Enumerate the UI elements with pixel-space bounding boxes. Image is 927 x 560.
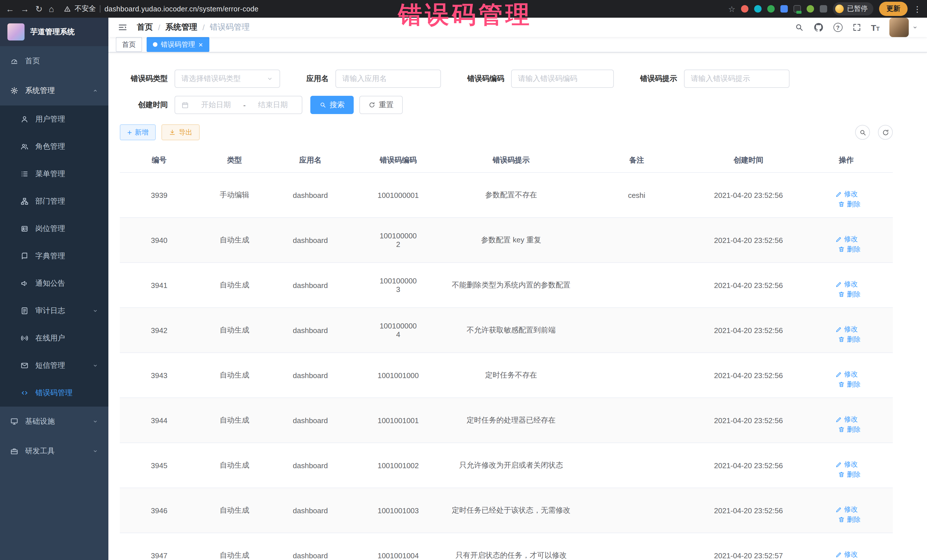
main-area: 首页 / 系统管理 / 错误码管理 ? TT [108,18,927,560]
edit-link[interactable]: 修改 [835,550,858,559]
reload-icon[interactable]: ↻ [35,5,43,13]
user-avatar[interactable] [889,18,918,37]
date-range-picker[interactable]: 开始日期 - 结束日期 [175,96,302,114]
sidebar-item-dict-mgmt[interactable]: 字典管理 [0,242,108,270]
log-icon [21,307,29,315]
cell-created: 2021-04-20 23:52:56 [697,488,800,533]
profile-chip[interactable]: 已暂停 [833,2,873,15]
delete-link[interactable]: 删除 [838,514,860,524]
sidebar-item-dept-mgmt[interactable]: 部门管理 [0,188,108,215]
cell-app: dashboard [271,308,350,353]
filter-app-name: 应用名 请输入应用名 [306,70,441,88]
edit-link[interactable]: 修改 [835,505,858,514]
tab-error-code[interactable]: 错误码管理 × [147,37,209,52]
delete-link[interactable]: 删除 [838,334,860,344]
search-button[interactable]: 搜索 [310,96,354,114]
delete-link[interactable]: 删除 [838,379,860,389]
cell-hint: 定时任务不存在 [446,353,576,398]
profile-avatar-icon [835,5,844,13]
chevron-down-icon [93,363,98,369]
breadcrumb-system[interactable]: 系统管理 [166,22,198,32]
edit-link[interactable]: 修改 [835,325,858,334]
sidebar-item-user-mgmt[interactable]: 用户管理 [0,106,108,133]
sidebar-item-sms-mgmt[interactable]: 短信管理 [0,352,108,379]
sidebar-item-infra[interactable]: 基础设施 [0,407,108,436]
breadcrumb-home[interactable]: 首页 [137,22,153,32]
github-icon[interactable] [813,22,824,32]
export-button[interactable]: 导出 [161,124,200,140]
font-size-icon[interactable]: TT [871,23,880,32]
sidebar-item-error-code-mgmt[interactable]: 错误码管理 [0,379,108,407]
tab-label: 首页 [122,39,136,49]
bookmark-star-icon[interactable]: ☆ [728,4,736,14]
home-icon[interactable]: ⌂ [49,5,54,13]
sidebar-item-notice[interactable]: 通知公告 [0,270,108,297]
app-logo[interactable]: 芋道管理系统 [0,18,108,46]
error-type-select[interactable]: 请选择错误码类型 [175,70,280,88]
forward-icon[interactable]: → [21,5,29,13]
edit-link[interactable]: 修改 [835,234,858,244]
back-icon[interactable]: ← [6,5,14,13]
sidebar-item-role-mgmt[interactable]: 角色管理 [0,133,108,160]
delete-link[interactable]: 删除 [838,425,860,434]
reset-button[interactable]: 重置 [359,96,403,114]
delete-link[interactable]: 删除 [838,244,860,254]
tab-home[interactable]: 首页 [116,37,142,52]
add-button[interactable]: + 新增 [120,124,156,140]
extension-icon-3[interactable] [767,5,775,12]
edit-icon [835,326,842,333]
edit-link[interactable]: 修改 [835,414,858,424]
extension-icon-7[interactable] [820,5,827,12]
delete-link[interactable]: 删除 [838,290,860,299]
extension-icon-5[interactable] [793,5,801,12]
sidebar-item-post-mgmt[interactable]: 岗位管理 [0,215,108,242]
fullscreen-icon[interactable] [852,23,861,32]
megaphone-icon [21,279,29,287]
help-icon[interactable]: ? [833,23,842,32]
chrome-update-button[interactable]: 更新 [879,2,907,16]
close-tab-icon[interactable]: × [199,41,203,48]
extension-icon-2[interactable] [754,5,761,12]
address-bar[interactable]: 不安全 dashboard.yudao.iocoder.cn/system/er… [64,4,722,14]
chrome-menu-icon[interactable]: ⋮ [913,5,921,13]
extension-icon-4[interactable] [780,5,788,12]
trash-icon [838,291,845,298]
edit-icon [835,551,842,558]
cell-type: 自动生成 [199,263,271,308]
hamburger-icon[interactable] [117,22,128,32]
cell-code: 1001001002 [350,443,446,488]
input-placeholder: 请输入错误码提示 [691,74,750,84]
error-hint-input[interactable]: 请输入错误码提示 [684,70,790,88]
app-name-input[interactable]: 请输入应用名 [336,70,441,88]
edit-link[interactable]: 修改 [835,370,858,379]
refresh-icon [881,129,889,136]
code-icon [21,389,29,397]
delete-link[interactable]: 删除 [838,199,860,209]
sidebar-item-system[interactable]: 系统管理 [0,76,108,106]
delete-link[interactable]: 删除 [838,470,860,479]
sidebar-item-home[interactable]: 首页 [0,46,108,76]
sidebar: 芋道管理系统 首页 系统管理 用户管理 [0,18,108,560]
browser-chrome: ← → ↻ ⌂ 不安全 dashboard.yudao.iocoder.cn/s… [0,0,927,18]
refresh-table-button[interactable] [878,125,893,140]
filter-row-2: 创建时间 开始日期 - 结束日期 搜索 重置 [120,96,893,114]
delete-label: 删除 [847,470,860,479]
sidebar-item-menu-mgmt[interactable]: 菜单管理 [0,160,108,188]
sidebar-item-devtools[interactable]: 研发工具 [0,436,108,466]
security-label: 不安全 [74,4,96,14]
cell-id: 3940 [120,217,199,263]
extension-icon-6[interactable] [807,5,814,12]
sidebar-item-label: 审计日志 [35,306,65,316]
edit-link[interactable]: 修改 [835,189,858,199]
toggle-search-button[interactable] [855,125,870,140]
search-icon[interactable] [794,23,804,32]
edit-link[interactable]: 修改 [835,279,858,289]
cell-app: dashboard [271,488,350,533]
sidebar-item-audit-log[interactable]: 审计日志 [0,297,108,325]
error-code-input[interactable]: 请输入错误码编码 [511,70,614,88]
cell-id: 3945 [120,443,199,488]
sidebar-item-online-users[interactable]: 在线用户 [0,325,108,352]
edit-link[interactable]: 修改 [835,460,858,469]
extension-icon-1[interactable] [741,5,748,12]
sidebar-item-label: 错误码管理 [35,388,73,398]
